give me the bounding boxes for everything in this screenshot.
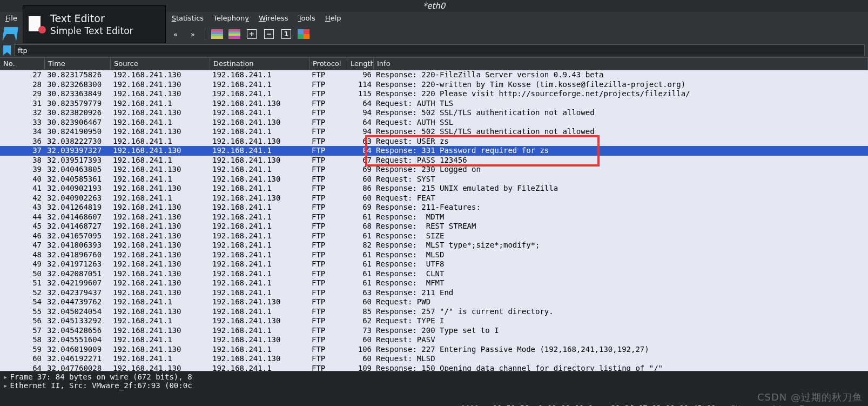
- menu-wireless[interactable]: Wireless: [259, 14, 288, 22]
- packet-list-header: No. Time Source Destination Protocol Len…: [0, 57, 868, 70]
- packet-row[interactable]: 5632.045133292192.168.241.1192.168.241.1…: [0, 316, 868, 326]
- packet-row[interactable]: 5232.042379437192.168.241.130192.168.241…: [0, 288, 868, 298]
- menu-tools[interactable]: Tools: [298, 14, 315, 22]
- colorize-icon[interactable]: [210, 27, 224, 41]
- packet-row[interactable]: 5132.042199607192.168.241.130192.168.241…: [0, 278, 868, 288]
- packet-row[interactable]: 6032.046192271192.168.241.1192.168.241.1…: [0, 354, 868, 364]
- packet-row[interactable]: 4332.041264819192.168.241.130192.168.241…: [0, 203, 868, 212]
- wireshark-logo-icon: [2, 27, 18, 41]
- packet-list[interactable]: 2730.823175826192.168.241.130192.168.241…: [0, 70, 868, 371]
- go-first-icon[interactable]: «: [169, 27, 183, 41]
- packet-row[interactable]: 4532.041468727192.168.241.130192.168.241…: [0, 222, 868, 231]
- packet-row[interactable]: 2730.823175826192.168.241.130192.168.241…: [0, 70, 868, 80]
- packet-row[interactable]: 3832.039517393192.168.241.1192.168.241.1…: [0, 156, 868, 165]
- packet-row[interactable]: 3130.823579779192.168.241.1192.168.241.1…: [0, 99, 868, 109]
- packet-row[interactable]: 5832.045551604192.168.241.1192.168.241.1…: [0, 335, 868, 345]
- packet-row[interactable]: 4832.041896760192.168.241.130192.168.241…: [0, 250, 868, 260]
- packet-row[interactable]: 4732.041806393192.168.241.130192.168.241…: [0, 241, 868, 250]
- packet-row[interactable]: 3932.040463805192.168.241.130192.168.241…: [0, 165, 868, 175]
- bookmark-icon[interactable]: [3, 45, 11, 55]
- col-time[interactable]: Time: [45, 58, 111, 70]
- packet-row[interactable]: 5032.042087051192.168.241.130192.168.241…: [0, 269, 868, 279]
- resize-columns-icon[interactable]: [297, 27, 311, 41]
- tooltip-title: Text Editor: [50, 12, 133, 24]
- taskbar-tooltip: Text Editor Simple Text Editor: [23, 5, 166, 43]
- display-filter-bar: [0, 43, 868, 57]
- packet-row[interactable]: 5432.044739762192.168.241.1192.168.241.1…: [0, 297, 868, 307]
- col-info[interactable]: Info: [374, 58, 868, 70]
- toolbar-separator: [205, 28, 205, 40]
- packet-row[interactable]: 4132.040902193192.168.241.130192.168.241…: [0, 184, 868, 194]
- packet-row[interactable]: 4632.041657095192.168.241.130192.168.241…: [0, 231, 868, 241]
- detail-frame[interactable]: Frame 37: 84 bytes on wire (672 bits), 8: [10, 372, 192, 381]
- col-dest[interactable]: Destination: [210, 58, 309, 70]
- menu-help[interactable]: Help: [325, 14, 341, 22]
- packet-row[interactable]: 5732.045428656192.168.241.130192.168.241…: [0, 326, 868, 336]
- packet-row[interactable]: 3732.039397327192.168.241.130192.168.241…: [0, 146, 868, 156]
- menu-telephony[interactable]: Telephony: [213, 14, 249, 22]
- packet-row[interactable]: 4232.040902263192.168.241.1192.168.241.1…: [0, 194, 868, 203]
- col-no[interactable]: No.: [0, 58, 45, 70]
- tooltip-subtitle: Simple Text Editor: [50, 25, 133, 36]
- zoom-out-icon[interactable]: −: [262, 27, 276, 41]
- menu-file[interactable]: File: [5, 14, 17, 22]
- col-length[interactable]: Length: [347, 58, 374, 70]
- watermark-text: CSDN @过期的秋刀鱼: [757, 391, 863, 404]
- zoom-in-icon[interactable]: +: [245, 27, 259, 41]
- packet-row[interactable]: 2930.823363849192.168.241.130192.168.241…: [0, 89, 868, 99]
- packet-row[interactable]: 3430.824190950192.168.241.130192.168.241…: [0, 127, 868, 137]
- auto-scroll-icon[interactable]: [227, 27, 241, 41]
- display-filter-input[interactable]: [14, 44, 865, 56]
- go-last-icon[interactable]: »: [186, 27, 200, 41]
- packet-row[interactable]: 3330.823906467192.168.241.1192.168.241.1…: [0, 118, 868, 128]
- text-editor-icon: [29, 16, 45, 32]
- packet-row[interactable]: 5532.045024054192.168.241.130192.168.241…: [0, 307, 868, 317]
- packet-row[interactable]: 2830.823268300192.168.241.130192.168.241…: [0, 80, 868, 90]
- packet-row[interactable]: 4432.041468607192.168.241.130192.168.241…: [0, 212, 868, 222]
- detail-ethernet[interactable]: Ethernet II, Src: VMware_2f:67:93 (00:0c: [10, 381, 192, 390]
- packet-row[interactable]: 3230.823820926192.168.241.130192.168.241…: [0, 108, 868, 118]
- packet-row[interactable]: 6432.047760028192.168.241.130192.168.241…: [0, 364, 868, 371]
- packet-row[interactable]: 5932.046019009192.168.241.130192.168.241…: [0, 345, 868, 355]
- packet-row[interactable]: 4932.041971263192.168.241.130192.168.241…: [0, 259, 868, 269]
- zoom-reset-icon[interactable]: 1: [279, 27, 293, 41]
- col-proto[interactable]: Protocol: [309, 58, 347, 70]
- packet-row[interactable]: 3632.038222730192.168.241.1192.168.241.1…: [0, 137, 868, 147]
- col-source[interactable]: Source: [111, 58, 210, 70]
- menu-statistics[interactable]: Statistics: [172, 14, 204, 22]
- packet-row[interactable]: 4032.040585361192.168.241.1192.168.241.1…: [0, 175, 868, 184]
